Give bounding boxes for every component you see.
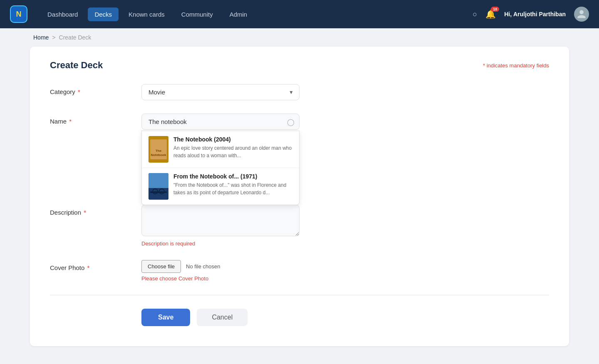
main-card: Create Deck * indicates mandatory fields… — [30, 47, 569, 346]
notification-badge: 18 — [491, 7, 499, 12]
mandatory-symbol: * — [483, 62, 485, 69]
mandatory-text: indicates mandatory fields — [487, 62, 549, 69]
logo[interactable]: N — [10, 5, 27, 23]
save-button[interactable]: Save — [141, 309, 190, 326]
thumbnail-florence — [149, 173, 168, 200]
user-name: Aruljothi Parthiban — [513, 11, 566, 17]
category-select[interactable]: Movie Book Music TV Show Other — [141, 84, 300, 100]
dropdown-title-florence: From the Notebook of... (1971) — [173, 173, 292, 180]
autocomplete-dropdown: The Notebook The Notebook (2004) An epic… — [141, 131, 300, 205]
description-label: Description * — [50, 205, 125, 216]
action-row: Save Cancel — [50, 309, 549, 326]
thumbnail-notebook: The Notebook — [149, 136, 168, 163]
navbar-right: ○ 🔔 18 Hi, Aruljothi Parthiban — [473, 7, 589, 22]
category-row: Category * Movie Book Music TV Show Othe… — [50, 84, 549, 100]
mandatory-note: * indicates mandatory fields — [483, 62, 549, 69]
dropdown-item-notebook-text: The Notebook (2004) An epic love story c… — [173, 136, 292, 159]
notification-bell[interactable]: 🔔 18 — [485, 9, 496, 19]
cover-photo-label: Cover Photo * — [50, 260, 125, 271]
file-input-row: Choose file No file chosen — [141, 260, 300, 273]
cover-photo-row: Cover Photo * Choose file No file chosen… — [50, 260, 549, 282]
description-error: Description is required — [141, 240, 300, 247]
description-textarea[interactable] — [141, 205, 300, 236]
breadcrumb-separator: > — [52, 34, 55, 41]
name-input[interactable] — [141, 114, 300, 130]
logo-letter: N — [16, 10, 22, 19]
divider — [50, 295, 549, 295]
dropdown-desc-florence: "From the Notebook of..." was shot in Fl… — [173, 181, 292, 196]
nav-decks[interactable]: Decks — [88, 7, 119, 21]
user-greeting: Hi, Aruljothi Parthiban — [504, 11, 566, 17]
svg-text:Notebook: Notebook — [151, 153, 166, 157]
nav-dashboard[interactable]: Dashboard — [41, 7, 84, 21]
dropdown-title-notebook: The Notebook (2004) — [173, 136, 292, 143]
dropdown-item-notebook[interactable]: The Notebook The Notebook (2004) An epic… — [142, 131, 299, 168]
no-file-text: No file chosen — [186, 263, 220, 270]
nav-admin[interactable]: Admin — [223, 7, 254, 21]
choose-file-button[interactable]: Choose file — [141, 260, 181, 273]
svg-text:The: The — [156, 149, 162, 153]
name-label: Name * — [50, 114, 125, 125]
category-select-wrapper: Movie Book Music TV Show Other ▼ — [141, 84, 300, 100]
breadcrumb-home[interactable]: Home — [33, 34, 49, 41]
cover-photo-field: Choose file No file chosen Please choose… — [141, 260, 300, 282]
name-input-wrapper: ◯ — [141, 114, 300, 130]
search-icon[interactable]: ○ — [473, 10, 477, 19]
dropdown-desc-notebook: An epic love story centered around an ol… — [173, 144, 292, 159]
breadcrumb: Home > Create Deck — [0, 28, 599, 47]
breadcrumb-current: Create Deck — [59, 34, 92, 41]
navbar: N Dashboard Decks Known cards Community … — [0, 0, 599, 28]
svg-rect-6 — [149, 188, 168, 200]
nav-links: Dashboard Decks Known cards Community Ad… — [41, 7, 459, 21]
nav-known-cards[interactable]: Known cards — [122, 7, 171, 21]
category-field: Movie Book Music TV Show Other ▼ — [141, 84, 300, 100]
nav-community[interactable]: Community — [175, 7, 220, 21]
dropdown-item-florence[interactable]: From the Notebook of... (1971) "From the… — [142, 168, 299, 205]
name-field: ◯ The Notebook The Notebook — [141, 114, 300, 130]
svg-rect-5 — [149, 173, 168, 188]
name-row: Name * ◯ The Notebook — [50, 114, 549, 130]
category-label: Category * — [50, 84, 125, 95]
description-field: Description is required — [141, 205, 300, 247]
description-row: Description * Description is required — [50, 205, 549, 247]
footer: 2022 © Ideasfresh Techcnology Pvt Ltd Ab… — [0, 356, 599, 364]
cover-photo-error: Please choose Cover Photo — [141, 275, 300, 282]
dropdown-item-florence-text: From the Notebook of... (1971) "From the… — [173, 173, 292, 196]
avatar[interactable] — [574, 7, 589, 22]
card-title: Create Deck — [50, 60, 103, 71]
clear-icon[interactable]: ◯ — [287, 118, 295, 126]
cancel-button[interactable]: Cancel — [197, 309, 248, 326]
card-header: Create Deck * indicates mandatory fields — [50, 60, 549, 71]
